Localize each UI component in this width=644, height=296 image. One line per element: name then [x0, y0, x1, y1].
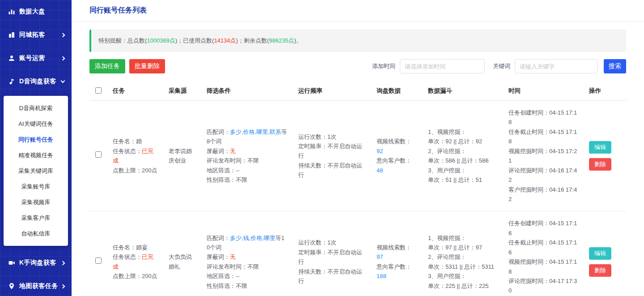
cell-filter: 匹配词：多少,价格,哪里,联系等8个词 屏蔽词：无 评论发布时间：不限 地区筛选… [201, 101, 293, 211]
funnel-line: 单次：92 || 总计：92 [428, 137, 498, 146]
sidebar-item-kuaishou-inquiry[interactable]: K手询盘获客 [0, 251, 72, 275]
time-line: 视频挖掘时间：04-15 17:21 [508, 146, 578, 166]
row-checkbox[interactable] [95, 151, 102, 158]
content-area: 特别提醒：总点数(1000369点)；已使用点数(14134点)；剩余点数(98… [72, 21, 644, 296]
task-name-line: 任务名：婚宴 [113, 243, 158, 252]
video-leads-count[interactable]: 97 [377, 252, 417, 262]
cell-filter: 匹配词：多少,钱,价格,哪里等10个词 屏蔽词：无 评论发布时间：不限 地区筛选… [201, 211, 293, 296]
sidebar-item-map-task[interactable]: 地图获客任务 [0, 275, 72, 296]
block-words: 无 [230, 148, 236, 154]
filter-gender-line: 性别筛选：不限 [207, 175, 288, 184]
intent-customer-count[interactable]: 188 [377, 271, 417, 281]
keyword-input[interactable] [515, 59, 597, 73]
funnel-line: 单次：586 || 总计：586 [428, 156, 498, 165]
account-icon [8, 55, 15, 62]
frequency-runs-line: 运行次数：1次 [298, 132, 366, 142]
cell-funnel: 1、视频挖掘： 单次：92 || 总计：92 2、评论挖掘： 单次：586 ||… [423, 101, 503, 211]
funnel-line: 2、评论挖掘： [428, 252, 498, 262]
cell-inquiry: 视频线索数： 97 意向客户数： 188 [371, 211, 423, 296]
select-all-checkbox[interactable] [95, 87, 102, 94]
time-line: 评论挖掘时间：04-17 17:30 [508, 276, 578, 296]
edit-button[interactable]: 编辑 [589, 247, 611, 260]
cell-task: 任务名：婚 任务状态：已完成 点数上限：200点 [107, 101, 163, 211]
table-header-row: 任务 采集源 筛选条件 运行频率 询盘数据 数据漏斗 时间 操作 [89, 82, 626, 101]
sidebar-subitem-peer-account-task[interactable]: 同行账号任务 [4, 132, 68, 147]
notice-text: )；剩余点数( [236, 37, 269, 44]
video-leads-count[interactable]: 92 [377, 146, 417, 156]
cell-task: 任务名：婚宴 任务状态：已完成 点数上限：200点 [107, 211, 163, 296]
search-button[interactable]: 搜索 [604, 59, 626, 73]
sidebar-item-douyin-inquiry[interactable]: D音询盘获客 [0, 70, 72, 93]
filter-region-line: 地区筛选：-- [207, 271, 288, 281]
add-time-input[interactable] [400, 59, 485, 73]
cell-time: 任务创建时间：04-15 17:18 任务截止时间：04-15 17:18 视频… [503, 101, 584, 211]
kuaishou-icon [8, 259, 15, 266]
source-name: 大负负说婚礼 [169, 252, 196, 271]
chevron-down-icon [61, 79, 65, 83]
sidebar-item-local-customers[interactable]: 同城拓客 [0, 23, 72, 47]
task-status-line: 任务状态：已完成 [113, 146, 158, 166]
page-header: 同行账号任务列表 [72, 0, 644, 21]
filter-comment-time-line: 评论发布时间：不限 [207, 156, 288, 165]
remaining-points-value: 986235点 [269, 37, 294, 44]
edit-button[interactable]: 编辑 [589, 141, 611, 154]
column-header-inquiry: 询盘数据 [371, 82, 423, 101]
table-row: 任务名：婚 任务状态：已完成 点数上限：200点 老李说婚庆创业 匹配词：多少,… [89, 101, 626, 211]
sidebar-submenu: D音商机探索 AI关键词任务 同行账号任务 精准视频任务 采集关键词库 采集账号… [4, 96, 68, 246]
frequency-runs-line: 运行次数：1次 [298, 238, 366, 247]
funnel-line: 单次：5311 || 总计：5311 [428, 262, 498, 271]
match-words: 多少,钱,价格,哪里 [230, 235, 275, 241]
batch-delete-button[interactable]: 批量删除 [129, 59, 165, 73]
frequency-days-line: 持续天数：不开启自动运行 [298, 267, 366, 286]
funnel-line: 3、用户挖掘： [428, 271, 498, 281]
sidebar-item-data-dashboard[interactable]: 数据大盘 [0, 0, 72, 23]
sidebar-subitem-auto-dm-lib[interactable]: 自动私信库 [4, 226, 68, 241]
filter-match-line: 匹配词：多少,钱,价格,哪里等10个词 [207, 233, 288, 253]
sidebar-item-label: K手询盘获客 [19, 259, 61, 267]
time-line: 任务截止时间：04-15 17:18 [508, 127, 578, 146]
column-header-funnel: 数据漏斗 [423, 82, 503, 101]
sidebar-subitem-ai-keyword-task[interactable]: AI关键词任务 [4, 116, 68, 132]
sidebar-subitem-collect-customer-lib[interactable]: 采集客户库 [4, 210, 68, 226]
frequency-timer-line: 定时频率：不开启自动运行 [298, 142, 366, 161]
cell-source: 大负负说婚礼 [163, 211, 201, 296]
funnel-line: 单次：51 || 总计：51 [428, 175, 498, 184]
filter-gender-line: 性别筛选：不限 [207, 281, 288, 291]
add-task-button[interactable]: 添加任务 [89, 59, 125, 73]
column-header-time: 时间 [503, 82, 584, 101]
sidebar-item-label: 数据大盘 [19, 8, 64, 16]
task-name-line: 任务名：婚 [113, 137, 158, 146]
sidebar-subitem-collect-account-lib[interactable]: 采集账号库 [4, 179, 68, 194]
sidebar-subitem-collect-keyword-lib[interactable]: 采集关键词库 [4, 163, 68, 179]
task-status-line: 任务状态：已完成 [113, 252, 158, 271]
sidebar-subitem-precise-video-task[interactable]: 精准视频任务 [4, 147, 68, 163]
delete-button[interactable]: 删除 [589, 264, 611, 277]
cell-frequency: 运行次数：1次 定时频率：不开启自动运行 持续天数：不开启自动运行 [293, 101, 371, 211]
filter-region-line: 地区筛选：-- [207, 166, 288, 175]
row-checkbox[interactable] [95, 257, 102, 264]
time-line: 评论挖掘时间：04-16 17:42 [508, 166, 578, 185]
douyin-icon [8, 78, 15, 85]
chevron-right-icon [61, 261, 65, 265]
sidebar-item-label: 地图获客任务 [19, 282, 61, 290]
chevron-right-icon [61, 56, 65, 60]
intent-customer-count[interactable]: 48 [377, 166, 417, 175]
cell-inquiry: 视频线索数： 92 意向客户数： 48 [371, 101, 423, 211]
time-line: 任务创建时间：04-15 17:18 [508, 108, 578, 127]
sidebar-subitem-collect-video-lib[interactable]: 采集视频库 [4, 194, 68, 210]
cell-select [89, 211, 107, 296]
dashboard-icon [8, 8, 15, 15]
map-icon [8, 283, 15, 290]
cell-select [89, 101, 107, 211]
sidebar-subitem-business-explore[interactable]: D音商机探索 [4, 100, 68, 116]
funnel-line: 1、视频挖掘： [428, 127, 498, 137]
notice-text: )；已使用点数( [175, 37, 214, 44]
task-points-line: 点数上限：200点 [113, 166, 158, 175]
cell-source: 老李说婚庆创业 [163, 101, 201, 211]
sidebar-item-account-operation[interactable]: 账号运营 [0, 47, 72, 70]
main-area: 同行账号任务列表 特别提醒：总点数(1000369点)；已使用点数(14134点… [72, 0, 644, 296]
delete-button[interactable]: 删除 [589, 158, 611, 171]
funnel-line: 1、视频挖掘： [428, 233, 498, 243]
cell-time: 任务创建时间：04-15 17:16 任务截止时间：04-15 17:16 视频… [503, 211, 584, 296]
notice-text: )。 [294, 37, 302, 44]
